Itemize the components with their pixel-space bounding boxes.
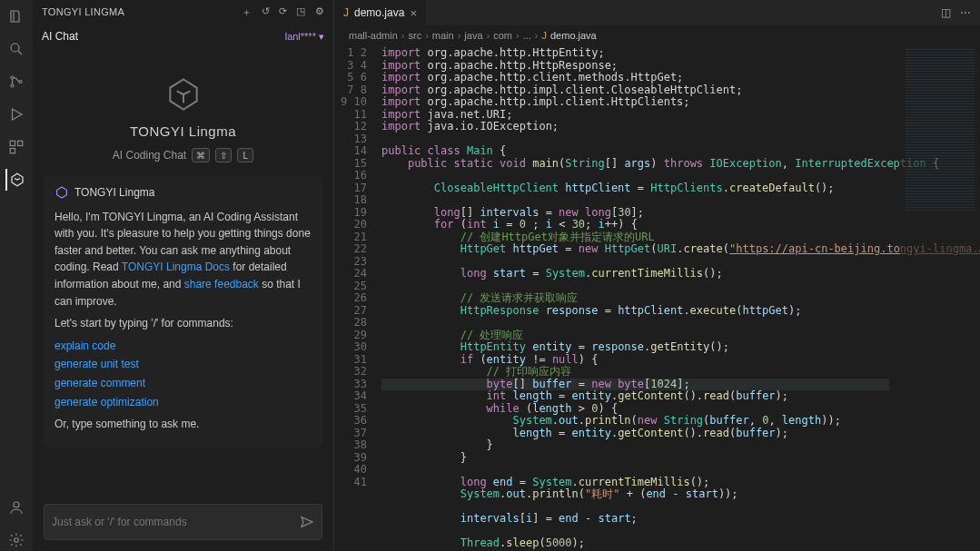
gear-icon[interactable]: ⚙ <box>315 5 324 19</box>
search-icon[interactable] <box>5 38 27 60</box>
svg-point-1 <box>11 76 14 79</box>
run-debug-icon[interactable] <box>5 103 27 125</box>
account-icon[interactable] <box>5 497 27 518</box>
lingma-logo-icon <box>163 74 203 114</box>
settings-gear-icon[interactable] <box>5 529 27 551</box>
activity-bar <box>0 0 33 551</box>
brand-name: TONGYI Lingma <box>130 123 236 139</box>
kbd-l: L <box>237 148 253 162</box>
panel-tabs: AI Chat lanl**** ▾ <box>33 24 333 49</box>
mini-logo-icon <box>54 185 69 200</box>
code-editor[interactable]: 1 2 3 4 5 6 7 8 9 10 11 12 13 14 15 16 1… <box>334 45 980 551</box>
tab-ai-chat[interactable]: AI Chat <box>42 30 78 43</box>
kbd-shift: ⇧ <box>215 148 232 162</box>
java-file-icon: J <box>343 6 349 19</box>
editor-area: J demo.java × ◫ ⋯ mall-admin›src›main›ja… <box>334 0 980 551</box>
source-control-icon[interactable] <box>5 71 27 93</box>
file-tab-label: demo.java <box>354 6 404 19</box>
svg-point-3 <box>19 81 22 84</box>
minimap[interactable] <box>900 45 980 551</box>
svg-rect-4 <box>10 141 15 145</box>
cmd-generate-comment[interactable]: generate comment <box>54 375 312 392</box>
svg-rect-6 <box>10 149 15 153</box>
refresh-icon[interactable]: ⟳ <box>279 5 287 19</box>
commands-intro: Let's start by typing '/' for commands: <box>54 315 312 332</box>
cmd-generate-optimization[interactable]: generate optimization <box>54 394 312 411</box>
hero-block: TONGYI Lingma AI Coding Chat ⌘ ⇧ L <box>33 49 333 175</box>
breadcrumb[interactable]: mall-admin›src›main›java›com›...›J demo.… <box>334 25 980 45</box>
assistant-message: TONGYI Lingma Hello, I'm TONGYI Lingma, … <box>44 175 322 448</box>
overflow-menu-icon[interactable]: ⋯ <box>960 6 971 19</box>
user-dropdown[interactable]: lanl**** ▾ <box>285 31 324 43</box>
svg-point-7 <box>14 502 19 507</box>
chat-input-row <box>44 504 322 540</box>
code-content[interactable]: import org.apache.http.HttpEntity; impor… <box>374 45 889 551</box>
or-type: Or, type something to ask me. <box>54 416 312 433</box>
extensions-icon[interactable] <box>5 136 27 158</box>
svg-point-0 <box>11 44 19 52</box>
panel-title: TONGYI LINGMA <box>42 6 124 17</box>
chat-scroll[interactable]: TONGYI Lingma Hello, I'm TONGYI Lingma, … <box>33 175 333 497</box>
feedback-link[interactable]: share feedback <box>184 278 259 290</box>
panel-title-bar: TONGYI LINGMA ＋ ↺ ⟳ ◳ ⚙ <box>33 0 333 24</box>
lingma-icon[interactable] <box>5 169 27 191</box>
line-gutter: 1 2 3 4 5 6 7 8 9 10 11 12 13 14 15 16 1… <box>334 45 374 551</box>
kbd-cmd: ⌘ <box>192 148 210 162</box>
send-icon[interactable] <box>300 515 314 529</box>
new-chat-icon[interactable]: ＋ <box>242 5 252 19</box>
svg-rect-5 <box>18 141 23 145</box>
ai-chat-panel: TONGYI LINGMA ＋ ↺ ⟳ ◳ ⚙ AI Chat lanl****… <box>33 0 334 551</box>
history-icon[interactable]: ↺ <box>262 5 270 19</box>
cmd-generate-unit-test[interactable]: generate unit test <box>54 356 312 373</box>
file-tab-demo-java[interactable]: J demo.java × <box>334 0 427 25</box>
pin-icon[interactable]: ◳ <box>296 5 305 19</box>
message-from: TONGYI Lingma <box>74 184 154 202</box>
welcome-paragraph: Hello, I'm TONGYI Lingma, an AI Coding A… <box>54 209 312 310</box>
explorer-icon[interactable] <box>5 5 27 27</box>
hero-subline: AI Coding Chat ⌘ ⇧ L <box>113 148 253 162</box>
split-editor-icon[interactable]: ◫ <box>941 6 951 19</box>
chat-input[interactable] <box>52 516 292 528</box>
editor-tab-bar: J demo.java × ◫ ⋯ <box>334 0 980 25</box>
svg-point-8 <box>15 538 19 543</box>
cmd-explain-code[interactable]: explain code <box>54 338 312 355</box>
docs-link[interactable]: TONGYI Lingma Docs <box>122 261 230 273</box>
close-tab-icon[interactable]: × <box>410 6 417 20</box>
svg-point-2 <box>11 84 14 87</box>
